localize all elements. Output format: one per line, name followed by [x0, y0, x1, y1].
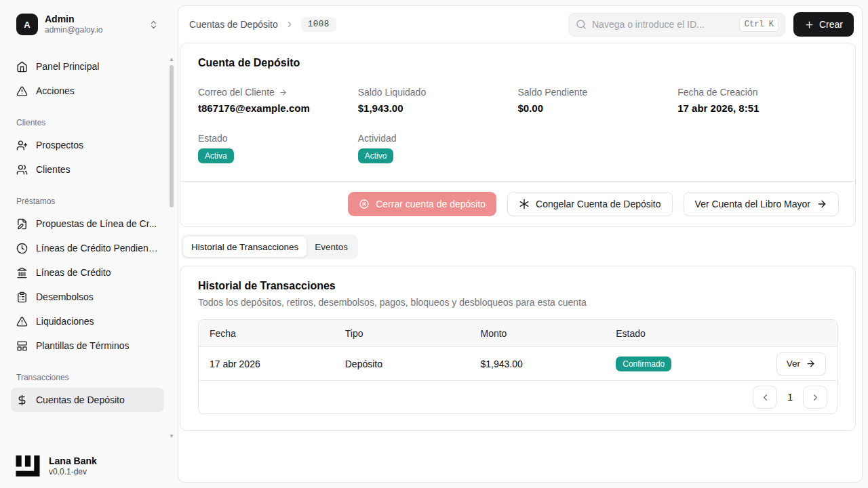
- sidebar-item-label: Desembolsos: [36, 291, 94, 302]
- sidebar-section-clientes: Clientes: [11, 118, 164, 127]
- circle-x-icon: [359, 199, 370, 209]
- transaction-history-card: Historial de Transacciones Todos los dep…: [180, 266, 856, 431]
- triangle-alert-icon: [16, 85, 28, 97]
- lana-bank-logo: [15, 455, 41, 477]
- page-content: Cuenta de Depósito Correo del Cliente t8…: [178, 43, 862, 482]
- next-page-button[interactable]: [803, 386, 827, 409]
- create-button[interactable]: Crear: [793, 12, 854, 37]
- col-monto: Monto: [481, 328, 616, 339]
- chevron-right-icon: [285, 20, 294, 29]
- layout-panel-top-icon: [16, 340, 28, 352]
- sidebar-item-label: Acciones: [36, 85, 75, 96]
- pending-balance-value: $0.00: [518, 102, 678, 114]
- sidebar-item-acciones[interactable]: Acciones: [11, 79, 164, 103]
- sidebar-item-desembolsos[interactable]: Desembolsos: [11, 285, 164, 309]
- search-input[interactable]: [592, 19, 734, 30]
- history-title: Historial de Transacciones: [198, 280, 837, 292]
- settled-balance-value: $1,943.00: [358, 102, 518, 114]
- sidebar-item-panel-principal[interactable]: Panel Principal: [11, 54, 164, 79]
- landmark-icon: [16, 267, 28, 279]
- tab-historial-transacciones[interactable]: Historial de Transacciones: [183, 237, 307, 257]
- brand-footer: Lana Bank v0.0.1-dev: [11, 448, 164, 479]
- scroll-down-arrow-icon[interactable]: ▼: [168, 434, 175, 439]
- account-actions: Cerrar cuenta de depósito Congelar Cuent…: [180, 181, 855, 226]
- chevron-right-icon: [810, 392, 821, 403]
- tabs-row: Historial de Transacciones Eventos: [181, 235, 856, 259]
- table-header-row: Fecha Tipo Monto Estado: [199, 320, 837, 347]
- file-pen-icon: [16, 218, 28, 230]
- sidebar-section-prestamos: Préstamos: [11, 197, 164, 206]
- cell-date: 17 abr 2026: [210, 359, 345, 369]
- clipboard-list-icon: [16, 291, 28, 303]
- sidebar-item-prospectos[interactable]: Prospectos: [11, 133, 164, 157]
- dollar-sign-icon: [16, 394, 28, 406]
- sidebar-item-propuestas-linea-credito[interactable]: Propuestas de Línea de Cr...: [11, 211, 164, 236]
- sidebar-item-lineas-credito-pendientes[interactable]: Líneas de Crédito Pendient...: [11, 236, 164, 260]
- global-search[interactable]: Ctrl K: [568, 13, 785, 37]
- col-estado: Estado: [616, 328, 751, 339]
- field-settled-balance: Saldo Liquidado $1,943.00: [358, 87, 518, 114]
- sidebar-item-plantillas-terminos[interactable]: Plantillas de Términos: [11, 333, 164, 358]
- customer-email-link[interactable]: Correo del Cliente: [198, 87, 358, 98]
- field-customer-email: Correo del Cliente t867176@example.com: [198, 87, 358, 114]
- sidebar-scrollbar: ▲ ▼: [168, 57, 175, 439]
- breadcrumb-root[interactable]: Cuentas de Depósito: [189, 19, 278, 30]
- search-shortcut: Ctrl K: [739, 17, 779, 32]
- home-icon: [16, 61, 28, 73]
- table-row: 17 abr 2026 Depósito $1,943.00 Confirmad…: [199, 347, 837, 381]
- activity-badge: Activo: [358, 148, 394, 163]
- triangle-alert-icon: [16, 316, 28, 327]
- sidebar: A Admin admin@galoy.io Panel Principal A…: [0, 0, 178, 488]
- breadcrumb-current-badge: 1008: [301, 17, 336, 32]
- view-transaction-button[interactable]: Ver: [776, 352, 826, 375]
- sidebar-item-label: Cuentas de Depósito: [36, 394, 125, 405]
- chevron-left-icon: [760, 392, 770, 403]
- sidebar-item-label: Propuestas de Línea de Cr...: [36, 218, 157, 229]
- sidebar-nav: Panel Principal Acciones Clientes Prospe…: [11, 54, 164, 448]
- field-activity: Actividad Activo: [358, 133, 518, 163]
- plus-icon: [804, 20, 814, 30]
- close-account-button[interactable]: Cerrar cuenta de depósito: [348, 192, 496, 216]
- created-date-value: 17 abr 2026, 8:51: [677, 102, 837, 114]
- sidebar-section-transacciones: Transacciones: [11, 373, 164, 382]
- sidebar-item-clientes[interactable]: Clientes: [11, 157, 164, 182]
- deposit-account-card: Cuenta de Depósito Correo del Cliente t8…: [180, 43, 856, 227]
- pagination: 1: [199, 381, 837, 413]
- scroll-up-arrow-icon[interactable]: ▲: [168, 57, 175, 62]
- user-name: Admin: [45, 14, 142, 25]
- customer-email-value: t867176@example.com: [198, 102, 358, 114]
- prev-page-button[interactable]: [753, 386, 777, 409]
- field-status: Estado Activa: [198, 133, 358, 163]
- sidebar-item-label: Líneas de Crédito: [36, 267, 111, 278]
- tab-eventos[interactable]: Eventos: [307, 237, 356, 257]
- arrow-right-icon: [806, 359, 816, 369]
- sidebar-item-lineas-credito[interactable]: Líneas de Crédito: [11, 260, 164, 285]
- user-plus-icon: [16, 140, 28, 151]
- brand-name: Lana Bank: [49, 455, 97, 467]
- arrow-right-icon: [816, 199, 827, 209]
- field-created-date: Fecha de Creación 17 abr 2026, 8:51: [677, 87, 837, 114]
- col-fecha: Fecha: [210, 328, 345, 339]
- transactions-table: Fecha Tipo Monto Estado 17 abr 2026 Depó…: [198, 319, 837, 414]
- sidebar-item-label: Plantillas de Términos: [36, 340, 129, 351]
- transaction-status-badge: Confirmado: [616, 357, 671, 371]
- sidebar-item-cuentas-deposito[interactable]: Cuentas de Depósito: [11, 388, 164, 412]
- user-menu[interactable]: A Admin admin@galoy.io: [11, 8, 164, 41]
- search-icon: [576, 19, 587, 30]
- snowflake-icon: [519, 199, 530, 209]
- scrollbar-thumb[interactable]: [170, 65, 174, 207]
- status-badge: Activa: [198, 148, 234, 163]
- sidebar-item-liquidaciones[interactable]: Liquidaciones: [11, 309, 164, 333]
- breadcrumb: Cuentas de Depósito 1008: [189, 17, 336, 32]
- brand-version: v0.0.1-dev: [49, 467, 97, 477]
- sidebar-item-label: Panel Principal: [36, 61, 99, 72]
- freeze-account-button[interactable]: Congelar Cuenta de Depósito: [507, 192, 672, 216]
- current-page-number[interactable]: 1: [787, 392, 793, 403]
- sidebar-item-label: Clientes: [36, 164, 71, 175]
- users-icon: [16, 164, 28, 176]
- chevrons-up-down-icon: [149, 20, 159, 30]
- cell-amount: $1,943.00: [481, 359, 616, 369]
- main-panel: Cuentas de Depósito 1008 Ctrl K Crear: [178, 5, 863, 483]
- field-pending-balance: Saldo Pendiente $0.00: [518, 87, 678, 114]
- view-ledger-button[interactable]: Ver Cuenta del Libro Mayor: [684, 192, 839, 216]
